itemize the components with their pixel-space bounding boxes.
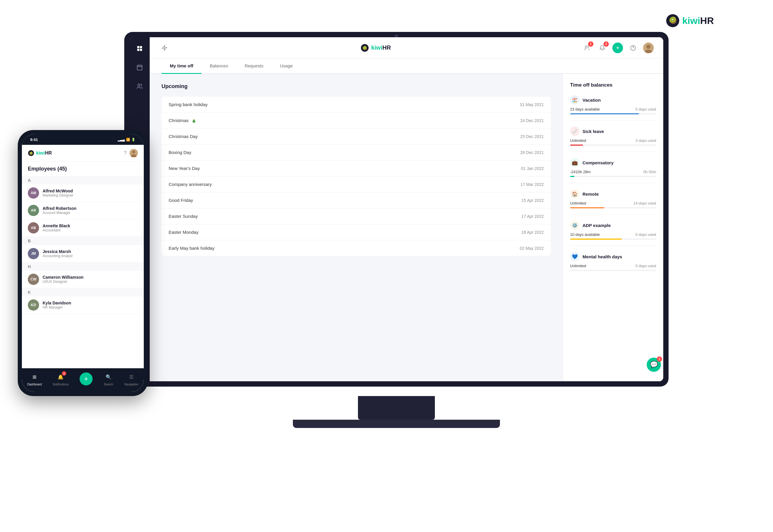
balance-stats: 23 days available 5 days used xyxy=(570,107,656,111)
employee-avatar: CW xyxy=(28,274,39,285)
balance-used: 0h 00m xyxy=(644,170,656,174)
phone-body: 9:41 ▂▃▄ 📶 🔋 🥝 kiwiHR xyxy=(18,130,148,396)
list-item[interactable]: KD Kyla Davidson HR Manager xyxy=(22,296,144,314)
balance-used: 3 days used xyxy=(636,138,656,143)
balance-progress-bar xyxy=(570,145,656,146)
phone-nav-dashboard[interactable]: ⊞ Dashboard xyxy=(27,372,42,386)
help-icon-btn[interactable] xyxy=(628,43,639,53)
add-nav-icon: + xyxy=(80,372,93,385)
chat-fab-button[interactable]: 💬 2 xyxy=(647,358,661,372)
tab-requests[interactable]: Requests xyxy=(236,59,272,74)
svg-point-18 xyxy=(646,45,651,49)
list-item[interactable]: CW Cameron Williamson UI/UX Designer xyxy=(22,271,144,288)
balance-used: 5 days used xyxy=(636,107,656,111)
list-item[interactable]: AR Alfred Robertson Account Manager xyxy=(22,202,144,219)
svg-marker-11 xyxy=(162,45,167,50)
employee-role: Accounting Analyst xyxy=(43,254,72,258)
add-button[interactable]: + xyxy=(613,43,623,53)
list-item[interactable]: JM Jessica Marsh Accounting Analyst xyxy=(22,245,144,262)
balance-stats: -2410h 28m 0h 00m xyxy=(570,170,656,174)
kiwi-brand-icon: 🥝 xyxy=(666,14,680,28)
balance-header: 💙 Mental health days xyxy=(570,252,656,261)
svg-rect-4 xyxy=(137,49,139,51)
balance-header: 🏠 Remote xyxy=(570,189,656,199)
balance-available: 10 days available xyxy=(570,232,600,237)
event-name: New Year's Day xyxy=(168,166,200,171)
employee-name: Alfred McWood xyxy=(43,189,73,193)
laptop-base xyxy=(293,420,500,428)
balance-name: Compensatory xyxy=(583,160,614,165)
list-item[interactable]: AM Alfred McWood Marketing Designer xyxy=(22,184,144,202)
balance-progress-bar xyxy=(570,270,656,271)
balance-available: Unlimited xyxy=(570,138,586,143)
upcoming-list: Spring bank holiday 31 May 2021 Christma… xyxy=(161,97,551,256)
balance-item: ⚙️ ADP example 10 days available 0 days … xyxy=(570,220,656,246)
event-date: 02 May 2022 xyxy=(520,246,544,251)
phone-nav-notifications[interactable]: 🔔 1 Notifications xyxy=(53,372,69,386)
balance-name: Vacation xyxy=(583,98,601,103)
header-logo-text: kiwiHR xyxy=(371,44,391,51)
phone-nav-search[interactable]: 🔍 Search xyxy=(103,372,114,386)
phone-help-icon[interactable]: ? xyxy=(124,150,127,156)
event-name: Boxing Day xyxy=(168,150,191,155)
header-logo: 🥝 kiwiHR xyxy=(361,44,391,52)
balance-used: 0 days used xyxy=(636,232,656,237)
balances-panel-title: Time off balances xyxy=(570,82,656,88)
balance-available: Unlimited xyxy=(570,201,586,205)
list-item: New Year's Day 01 Jan 2022 xyxy=(161,160,551,176)
balance-item: 💙 Mental health days Unlimited 0 days us… xyxy=(570,252,656,277)
balance-bar-fill xyxy=(570,207,605,208)
bell-icon-btn[interactable]: 2 xyxy=(597,43,608,53)
event-name: Good Friday xyxy=(168,198,193,203)
event-name: Easter Monday xyxy=(168,230,199,235)
phone-time: 9:41 xyxy=(30,137,38,142)
user-avatar[interactable] xyxy=(643,43,654,53)
employee-role: UI/UX Designer xyxy=(43,280,83,284)
sidebar-people-icon[interactable] xyxy=(134,81,145,92)
phone-header: 🥝 kiwiHR ? xyxy=(22,145,144,162)
battery-icon: 🔋 xyxy=(131,138,135,142)
navigation-nav-icon: ☰ xyxy=(126,372,136,382)
phone-employee-list: Employees (45) A AM Alfred McWood Market… xyxy=(22,162,144,368)
employee-avatar: JM xyxy=(28,248,39,259)
dashboard-nav-label: Dashboard xyxy=(27,383,42,386)
letter-section-b: B xyxy=(22,237,144,245)
balance-name: ADP example xyxy=(583,223,611,228)
tab-my-time-off[interactable]: My time off xyxy=(161,59,202,74)
phone-nav-add[interactable]: + xyxy=(80,372,93,385)
tab-usage[interactable]: Usage xyxy=(272,59,301,74)
sidebar-calendar-icon[interactable] xyxy=(134,62,145,73)
letter-section-k: K xyxy=(22,288,144,296)
phone-nav-navigation[interactable]: ☰ Navigation xyxy=(124,372,138,386)
phone-logo-icon: 🥝 xyxy=(28,150,34,156)
balance-header: 🏖️ Vacation xyxy=(570,95,656,105)
notifications-nav-badge: 1 xyxy=(62,371,66,376)
svg-point-23 xyxy=(132,150,135,153)
employee-name: Jessica Marsh xyxy=(43,249,72,254)
balance-item: 🩹 Sick leave Unlimited 3 days used xyxy=(570,126,656,152)
event-date: 25 Dec 2021 xyxy=(520,134,544,139)
balance-item: 💼 Compensatory -2410h 28m 0h 00m xyxy=(570,158,656,183)
employee-role: Account Manager xyxy=(43,211,76,215)
phone-user-avatar[interactable] xyxy=(129,149,138,157)
employee-name: Annette Black xyxy=(43,223,70,228)
team-icon-btn[interactable]: 1 xyxy=(582,43,592,53)
notifications-nav-icon: 🔔 1 xyxy=(56,372,66,382)
svg-text:🥝: 🥝 xyxy=(669,16,677,24)
employee-info: Cameron Williamson UI/UX Designer xyxy=(43,275,83,284)
balance-used: 14 days used xyxy=(633,201,656,205)
event-date: 31 May 2021 xyxy=(520,102,544,107)
event-date: 24 Dec 2021 xyxy=(520,118,544,123)
list-item: Easter Sunday 17 Apr 2022 xyxy=(161,208,551,224)
sidebar-dashboard-icon[interactable] xyxy=(134,43,145,54)
chat-badge: 2 xyxy=(657,356,662,362)
phone-header-right: ? xyxy=(124,149,138,157)
tab-balances[interactable]: Balances xyxy=(202,59,236,74)
employee-avatar: KD xyxy=(28,299,39,311)
list-item[interactable]: AB Annette Black Accountant xyxy=(22,219,144,237)
phone-screen: 9:41 ▂▃▄ 📶 🔋 🥝 kiwiHR xyxy=(22,134,144,392)
event-date: 17 Mar 2022 xyxy=(520,182,544,187)
lightning-icon-btn[interactable] xyxy=(159,43,170,53)
app-header: 🥝 kiwiHR xyxy=(150,37,663,59)
upcoming-section-title: Upcoming xyxy=(161,83,551,90)
